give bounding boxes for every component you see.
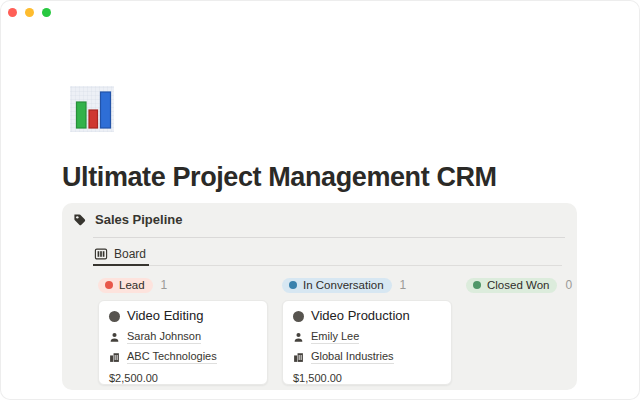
page-bar-chart-emoji-icon (67, 83, 117, 136)
status-label: Closed Won (487, 279, 549, 291)
card-title: Video Production (311, 309, 410, 323)
status-dot-icon (105, 281, 113, 289)
page-dot-icon (293, 311, 304, 322)
page-title: Ultimate Project Management CRM (62, 160, 602, 194)
close-button[interactable] (8, 8, 17, 17)
card-company: ABC Technologies (127, 350, 217, 364)
status-badge-in-conversation[interactable]: In Conversation (282, 278, 392, 293)
column-count: 1 (161, 278, 168, 292)
column-in-conversation: In Conversation 1 Video Production (282, 277, 452, 385)
card-title: Video Editing (127, 309, 203, 323)
zoom-button[interactable] (42, 8, 51, 17)
column-closed-won: Closed Won 0 (466, 277, 577, 385)
status-dot-icon (289, 281, 297, 289)
database-title: Sales Pipeline (95, 212, 182, 227)
status-badge-lead[interactable]: Lead (98, 278, 153, 293)
status-label: In Conversation (303, 279, 384, 291)
page-dot-icon (109, 311, 120, 322)
tab-board-label: Board (114, 247, 146, 261)
status-dot-icon (473, 281, 481, 289)
kanban-board: Lead 1 Video Editing (98, 277, 577, 385)
building-icon (293, 352, 304, 363)
app-window: Ultimate Project Management CRM Sales Pi… (0, 0, 640, 400)
tab-board[interactable]: Board (93, 244, 149, 266)
card-amount: $1,500.00 (293, 372, 441, 384)
column-header: Lead 1 (98, 277, 268, 293)
minimize-button[interactable] (25, 8, 34, 17)
building-icon (109, 352, 120, 363)
status-label: Lead (119, 279, 145, 291)
card-person: Emily Lee (311, 330, 359, 344)
column-header: In Conversation 1 (282, 277, 452, 293)
card-video-production[interactable]: Video Production Emily Lee (282, 300, 452, 385)
column-header: Closed Won 0 (466, 277, 577, 293)
view-tabs: Board (93, 244, 562, 266)
window-controls (8, 8, 51, 17)
status-badge-closed-won[interactable]: Closed Won (466, 278, 557, 293)
card-person: Sarah Johnson (127, 330, 201, 344)
column-count: 0 (565, 278, 572, 292)
person-icon (109, 332, 120, 343)
header-divider (93, 237, 565, 238)
card-amount: $2,500.00 (109, 372, 257, 384)
person-icon (293, 332, 304, 343)
card-company: Global Industries (311, 350, 394, 364)
column-count: 1 (400, 278, 407, 292)
database-header: Sales Pipeline (72, 212, 182, 227)
board-view-icon (94, 247, 108, 261)
card-video-editing[interactable]: Video Editing Sarah Johnson (98, 300, 268, 385)
column-lead: Lead 1 Video Editing (98, 277, 268, 385)
tag-icon (72, 212, 87, 227)
sales-pipeline-database: Sales Pipeline Board (62, 203, 577, 390)
